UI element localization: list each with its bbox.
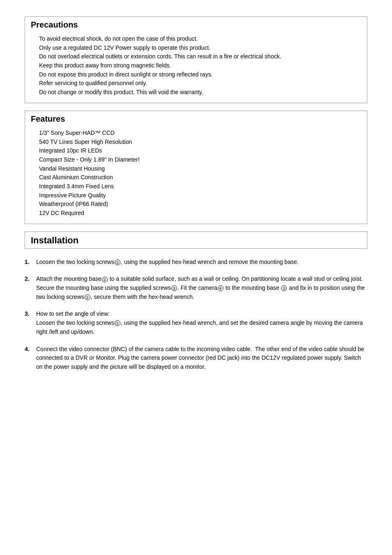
step-4-number: 4.	[25, 345, 36, 354]
step-2-number: 2.	[25, 275, 36, 284]
circle-1c: ①	[115, 320, 120, 326]
step-3-text: How to set the angle of view: Loosen the…	[36, 310, 367, 336]
step-3-sublabel: How to set the angle of view:	[36, 310, 367, 319]
feature-item-5: Cast Aluminium Construction	[39, 173, 353, 182]
installation-title: Installation	[31, 235, 361, 246]
feature-item-6: Integrated 3.4mm Fixed Lens	[39, 182, 353, 191]
feature-item-9: 12V DC Required	[39, 209, 353, 218]
step-2-text: Attach the mounting base② to a suitable …	[36, 275, 367, 301]
step-3-number: 3.	[25, 310, 36, 319]
install-step-1: 1. Loosen the two locking screws①, using…	[25, 258, 367, 267]
feature-item-7: Impressive Picture Quality	[39, 191, 353, 200]
feature-item-8: Weatherproof (IP66 Rated)	[39, 200, 353, 209]
precaution-line-6: Refer servicing to qualified personnel o…	[39, 79, 353, 88]
circle-2b: ②	[281, 285, 287, 291]
precaution-line-5: Do not expose this product in direct sun…	[39, 70, 353, 79]
precaution-line-4: Keep this product away from strong magne…	[39, 61, 353, 70]
precautions-title: Precautions	[31, 20, 361, 30]
features-title: Features	[31, 114, 361, 124]
feature-item-2: Integrated 10pc IR LEDs	[39, 146, 353, 155]
precaution-line-2: Only use a regulated DC 12V Power supply…	[39, 44, 353, 53]
circle-3: ③	[171, 285, 177, 291]
install-step-2: 2. Attach the mounting base② to a suitab…	[25, 275, 367, 301]
precaution-line-1: To avoid electrical shock, do not open t…	[39, 35, 353, 44]
step-4-text: Connect the video connector (BNC) of the…	[36, 345, 367, 372]
install-step-3: 3. How to set the angle of view: Loosen …	[25, 310, 367, 336]
feature-item-4: Vandal Resistant Housing	[39, 164, 353, 173]
precaution-line-3: Do not overload electrical outlets or ex…	[39, 52, 353, 61]
circle-1: ①	[115, 259, 120, 265]
step-1-text: Loosen the two locking screws①, using th…	[36, 258, 367, 267]
circle-1b: ①	[85, 294, 90, 300]
circle-4: ④	[218, 285, 224, 291]
precautions-section: Precautions To avoid electrical shock, d…	[25, 16, 367, 103]
circle-2a: ②	[102, 277, 108, 282]
features-content: 1/3" Sony Super-HAD™ CCD 540 TV Lines Su…	[31, 126, 361, 220]
features-section: Features 1/3" Sony Super-HAD™ CCD 540 TV…	[25, 111, 367, 224]
installation-list: 1. Loosen the two locking screws①, using…	[25, 258, 367, 372]
installation-section: Installation	[25, 231, 367, 249]
feature-item-3: Compact Size - Only 1.89" In Diameter!	[39, 155, 353, 164]
install-step-4: 4. Connect the video connector (BNC) of …	[25, 345, 367, 372]
step-1-number: 1.	[25, 258, 36, 267]
precaution-line-7: Do not change or modify this product. Th…	[39, 88, 353, 97]
feature-item-0: 1/3" Sony Super-HAD™ CCD	[39, 129, 353, 138]
feature-item-1: 540 TV Lines Super High Resolution	[39, 138, 353, 147]
precautions-content: To avoid electrical shock, do not open t…	[31, 32, 361, 99]
